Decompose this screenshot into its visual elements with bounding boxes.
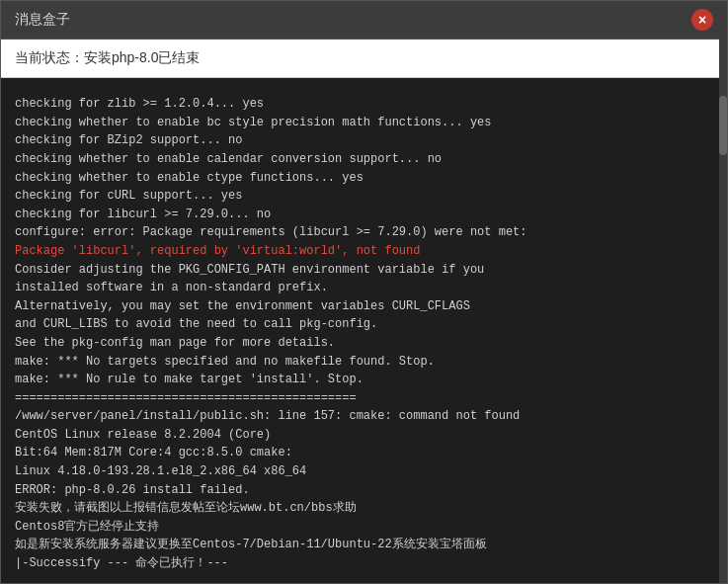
scrollbar-track: [719, 37, 727, 583]
terminal-line: configure: error: Package requirements (…: [15, 223, 713, 242]
terminal-line: installed software in a non-standard pre…: [15, 279, 713, 297]
terminal-line: checking whether to enable calendar conv…: [15, 150, 713, 169]
window-title: 消息盒子: [15, 11, 70, 29]
terminal-line: checking for libcurl >= 7.29.0... no: [15, 206, 713, 224]
terminal-line: Package 'libcurl', required by 'virtual:…: [15, 242, 713, 261]
terminal-line: Bit:64 Mem:817M Core:4 gcc:8.5.0 cmake:: [15, 444, 713, 462]
terminal-line: 安装失败，请截图以上报错信息发帖至论坛www.bt.cn/bbs求助: [15, 499, 713, 518]
message-window: 消息盒子 × 当前状态：安装php-8.0已结束 checking for zl…: [0, 0, 728, 584]
terminal-line: Linux 4.18.0-193.28.1.el8_2.x86_64 x86_6…: [15, 462, 713, 481]
terminal-line: CentOS Linux release 8.2.2004 (Core): [15, 426, 713, 445]
terminal-line: Alternatively, you may set the environme…: [15, 297, 713, 316]
close-button[interactable]: ×: [691, 9, 713, 31]
terminal-line: checking for zlib >= 1.2.0.4... yes: [15, 95, 713, 114]
terminal-line: Centos8官方已经停止支持: [15, 518, 713, 537]
terminal-line: checking whether to enable bc style prec…: [15, 114, 713, 132]
terminal-line: ERROR: php-8.0.26 install failed.: [15, 481, 713, 500]
terminal-line: and CURL_LIBS to avoid the need to call …: [15, 315, 713, 334]
terminal-line: make: *** No rule to make target 'instal…: [15, 371, 713, 389]
title-bar: 消息盒子 ×: [1, 1, 727, 40]
terminal-line: checking whether to enable ctype functio…: [15, 169, 713, 188]
terminal-line: checking for cURL support... yes: [15, 187, 713, 206]
terminal-line: make: *** No targets specified and no ma…: [15, 353, 713, 372]
status-bar: 当前状态：安装php-8.0已结束: [1, 40, 727, 78]
terminal-line: Consider adjusting the PKG_CONFIG_PATH e…: [15, 261, 713, 280]
terminal-line: checking for BZip2 support... no: [15, 131, 713, 150]
terminal-line: 如是新安装系统服务器建议更换至Centos-7/Debian-11/Ubuntu…: [15, 536, 713, 554]
terminal-line: ========================================…: [15, 389, 713, 408]
scrollbar-thumb: [719, 96, 727, 155]
terminal-output[interactable]: checking for zlib >= 1.2.0.4... yescheck…: [1, 78, 727, 583]
status-text: 当前状态：安装php-8.0已结束: [15, 49, 200, 65]
terminal-line: See the pkg-config man page for more det…: [15, 334, 713, 353]
terminal-line: /www/server/panel/install/public.sh: lin…: [15, 407, 713, 426]
terminal-line: |-Successify --- 命令已执行！---: [15, 554, 713, 573]
